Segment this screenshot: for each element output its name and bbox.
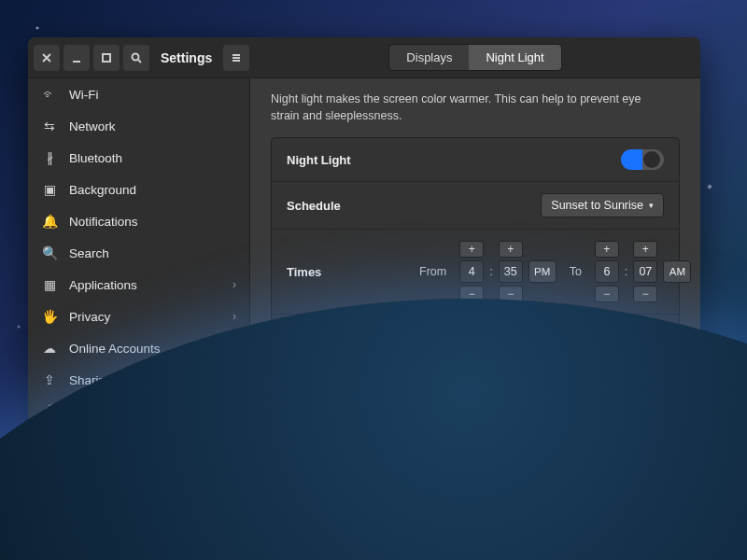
to-ampm-button[interactable]: AM [663,260,691,283]
to-time-group: + 6 − : + 07 − AM [595,241,691,302]
sidebar-item-sound[interactable]: 🔊Sound [28,396,249,427]
titlebar: Settings Displays Night Light [28,37,700,78]
search-icon: 🔍 [41,245,58,260]
privacy-icon: 🖐 [41,309,58,324]
night-light-label: Night Light [287,153,408,167]
bell-icon: 🔔 [41,214,58,229]
slider-thumb[interactable] [513,322,526,335]
close-button[interactable] [34,45,60,71]
slider-tick [585,324,586,335]
wifi-icon: ᯤ [41,87,58,102]
from-hour-down[interactable]: − [459,286,484,302]
sidebar-item-label: Mouse & Touchpad [69,500,176,514]
sidebar-item-label: Background [69,183,136,197]
chevron-down-icon: ▾ [649,201,654,210]
chevron-right-icon: › [233,310,236,323]
sidebar-item-label: Search [69,246,109,260]
to-label: To [570,265,582,278]
sidebar-item-label: Online Accounts [69,342,161,356]
sidebar-item-applications[interactable]: ▦Applications› [28,269,249,301]
search-icon [130,51,143,64]
svg-point-1 [133,53,139,60]
view-switcher-container: Displays Night Light [250,44,700,71]
sidebar-item-label: Displays [69,469,117,483]
display-icon: 🖵 [41,468,58,483]
times-label: Times [287,265,408,279]
minimize-icon [70,51,83,64]
share-icon: ⇪ [41,372,58,387]
from-minute-up[interactable]: + [499,241,523,258]
sidebar-item-power[interactable]: ⏻Power [28,427,249,459]
sidebar-item-mouse-touchpad[interactable]: 🖱Mouse & Touchpad [28,491,249,523]
sidebar-item-label: Applications [69,278,137,292]
settings-window: Settings Displays Night Light ᯤWi-Fi⇆Net… [28,37,700,523]
sidebar-item-background[interactable]: ▣Background [28,174,249,205]
tab-night-light[interactable]: Night Light [469,45,560,70]
row-night-light: Night Light [272,138,679,182]
sidebar-item-online-accounts[interactable]: ☁Online Accounts [28,332,249,364]
sidebar-item-label: Notifications [69,215,138,229]
from-minute-value[interactable]: 35 [499,260,523,283]
from-ampm-button[interactable]: PM [529,260,557,283]
content-pane: Night light makes the screen color warme… [250,78,700,523]
colon: : [625,265,627,278]
settings-panel: Night Light Schedule Sunset to Sunrise ▾ [271,137,680,360]
maximize-button[interactable] [93,45,120,71]
sidebar[interactable]: ᯤWi-Fi⇆Network∦Bluetooth▣Background🔔Noti… [28,78,250,523]
maximize-icon [100,51,113,64]
sidebar-item-privacy[interactable]: 🖐Privacy› [28,301,249,332]
watermark: wsxdn.com [695,546,741,556]
minimize-button[interactable] [63,45,90,71]
schedule-label: Schedule [287,199,408,213]
row-color-temperature: Color Temperature ↖ Less Warm More Warm [272,315,679,359]
sidebar-item-label: Privacy [69,310,110,324]
sidebar-item-wi-fi[interactable]: ᯤWi-Fi [28,78,249,110]
titlebar-left: Settings [28,45,250,71]
to-minute-down[interactable]: − [633,286,657,302]
more-warm-label: More Warm [608,337,664,348]
hamburger-icon [230,51,243,64]
sidebar-item-notifications[interactable]: 🔔Notifications [28,205,249,237]
sidebar-item-displays[interactable]: 🖵Displays [28,459,249,491]
from-hour-up[interactable]: + [459,241,484,258]
to-hour-value[interactable]: 6 [595,260,619,283]
from-label: From [419,265,446,278]
sidebar-item-label: Power [69,437,105,451]
night-light-toggle[interactable] [621,149,664,170]
cloud-icon: ☁ [41,341,58,356]
sidebar-item-label: Sound [69,405,106,419]
to-hour-up[interactable]: + [595,241,619,258]
menu-button[interactable] [223,45,249,71]
schedule-dropdown[interactable]: Sunset to Sunrise ▾ [541,193,664,217]
slider-labels: Less Warm More Warm [419,337,664,348]
sidebar-item-network[interactable]: ⇆Network [28,110,249,142]
tab-displays[interactable]: Displays [389,45,469,70]
network-icon: ⇆ [41,119,58,133]
bluetooth-icon: ∦ [41,150,58,165]
window-title: Settings [161,50,212,65]
from-hour-value[interactable]: 4 [459,260,484,283]
from-minute-down[interactable]: − [499,286,523,302]
sidebar-item-search[interactable]: 🔍Search [28,237,249,269]
sidebar-item-label: Network [69,119,116,133]
power-icon: ⏻ [41,436,58,451]
from-time-group: + 4 − : + 35 − PM [459,241,556,302]
color-temperature-slider[interactable]: ↖ [419,326,664,333]
apps-icon: ▦ [41,277,58,292]
schedule-value: Sunset to Sunrise [551,199,643,212]
less-warm-label: Less Warm [419,337,473,348]
sidebar-item-label: Bluetooth [69,151,122,165]
sidebar-item-sharing[interactable]: ⇪Sharing [28,364,249,396]
to-hour-down[interactable]: − [595,286,619,302]
search-button[interactable] [123,45,149,71]
view-switcher: Displays Night Light [388,44,561,71]
to-minute-value[interactable]: 07 [633,260,657,283]
sidebar-item-label: Wi-Fi [69,88,98,102]
sidebar-item-bluetooth[interactable]: ∦Bluetooth [28,142,249,174]
colon: : [489,265,492,278]
to-minute-up[interactable]: + [633,241,657,258]
row-times: Times From + 4 − : + 35 [272,230,679,315]
row-schedule: Schedule Sunset to Sunrise ▾ [272,182,679,230]
description-text: Night light makes the screen color warme… [271,91,663,124]
close-icon [40,51,53,64]
